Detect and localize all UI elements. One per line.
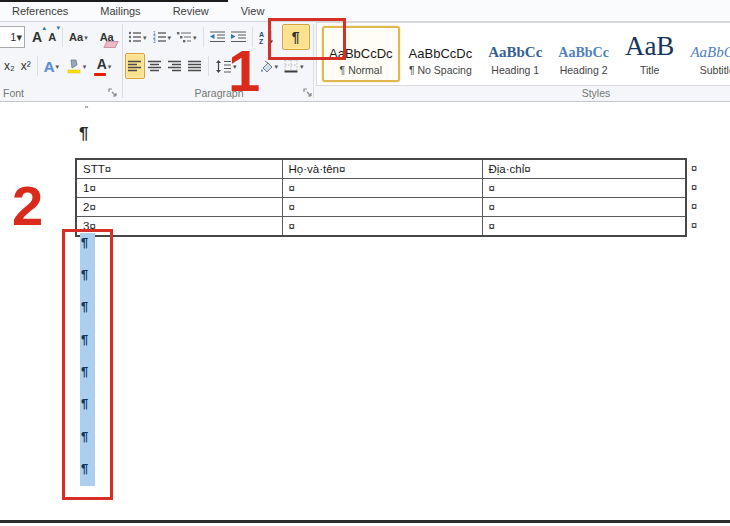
text-effects-button[interactable]: A ▾ bbox=[41, 53, 62, 79]
word-window: References Mailings Review View 1 ▾ A ▴ … bbox=[0, 0, 730, 526]
chevron-down-icon: ▾ bbox=[84, 34, 88, 41]
tab-references[interactable]: References bbox=[8, 5, 72, 17]
paragraph-dialog-launcher[interactable] bbox=[303, 88, 313, 98]
divider bbox=[62, 27, 63, 47]
cell[interactable]: 1¤ bbox=[76, 179, 282, 198]
document-table[interactable]: STT¤ Họ·và·tên¤ Địa·chỉ¤ 1¤ ¤ ¤ 2¤ ¤ ¤ 3… bbox=[75, 158, 687, 237]
font-size-combo[interactable]: 1 ▾ bbox=[0, 26, 25, 48]
chevron-down-icon: ▾ bbox=[83, 63, 87, 70]
chevron-down-icon: ▾ bbox=[108, 63, 112, 70]
justify-icon bbox=[188, 60, 202, 72]
paint-bucket-icon bbox=[259, 60, 274, 73]
subscript-button[interactable]: x₂ bbox=[1, 53, 18, 79]
change-case-button[interactable]: Aa ▾ bbox=[66, 24, 91, 50]
highlighter-icon bbox=[66, 58, 82, 74]
eraser-icon bbox=[103, 41, 118, 48]
font-group: 1 ▾ A ▴ A ▾ Aa ▾ Aa bbox=[0, 22, 122, 101]
red-color-bar bbox=[94, 73, 106, 77]
highlight-color-button[interactable]: ▾ bbox=[62, 53, 90, 79]
table-row: 1¤ ¤ ¤ bbox=[76, 179, 686, 198]
font-group-label: Font bbox=[0, 87, 125, 99]
styles-group: AaBbCcDc ¶ Normal AaBbCcDc ¶ No Spacing … bbox=[316, 22, 730, 101]
grow-font-button[interactable]: A ▴ bbox=[29, 24, 45, 50]
cell[interactable]: ¤ bbox=[282, 179, 482, 198]
tab-review[interactable]: Review bbox=[169, 5, 213, 17]
cell[interactable]: ¤ bbox=[282, 217, 482, 237]
style-heading2[interactable]: AaBbCc Heading 2 bbox=[551, 26, 616, 82]
annotation-box-2 bbox=[62, 229, 113, 500]
paragraph-group-label: Paragraph bbox=[125, 87, 313, 99]
header-cell-stt[interactable]: STT¤ bbox=[76, 159, 282, 179]
cell[interactable]: ¤ bbox=[482, 198, 686, 217]
annotation-number-1: 1 bbox=[228, 42, 260, 100]
row-end-mark: ¤ bbox=[691, 200, 697, 212]
chevron-down-icon: ▾ bbox=[143, 34, 147, 41]
chevron-down-icon: ▾ bbox=[168, 34, 172, 41]
table-header-row: STT¤ Họ·và·tên¤ Địa·chỉ¤ bbox=[76, 159, 686, 179]
style-title[interactable]: AaB Title bbox=[618, 26, 682, 82]
paragraph-mark: ¶ bbox=[79, 124, 88, 144]
style-heading1[interactable]: AaBbCc Heading 1 bbox=[481, 26, 549, 82]
window-edge-line bbox=[0, 0, 228, 2]
header-cell-diachi[interactable]: Địa·chỉ¤ bbox=[482, 159, 686, 179]
tab-mailings[interactable]: Mailings bbox=[96, 5, 144, 17]
cell[interactable]: 2¤ bbox=[76, 198, 282, 217]
svg-text:3: 3 bbox=[153, 39, 156, 43]
header-cell-hoten[interactable]: Họ·và·tên¤ bbox=[282, 159, 482, 179]
style-no-spacing[interactable]: AaBbCcDc ¶ No Spacing bbox=[402, 26, 480, 82]
svg-text:A: A bbox=[259, 31, 264, 38]
row-end-mark: ¤ bbox=[691, 181, 697, 193]
bullets-button[interactable]: ▾ bbox=[125, 24, 150, 50]
stray-mark: " bbox=[85, 104, 88, 114]
align-left-button[interactable] bbox=[125, 53, 145, 79]
styles-group-label: Styles bbox=[446, 87, 730, 99]
bullet-list-icon bbox=[128, 31, 142, 43]
tab-view[interactable]: View bbox=[237, 5, 269, 17]
align-center-button[interactable] bbox=[145, 53, 165, 79]
row-end-mark: ¤ bbox=[691, 219, 697, 231]
chevron-down-icon: ▾ bbox=[56, 63, 60, 70]
numbering-button[interactable]: 123 ▾ bbox=[150, 24, 175, 50]
annotation-box-1 bbox=[268, 18, 346, 60]
clear-formatting-button[interactable]: Aa bbox=[97, 24, 117, 50]
multilevel-list-button[interactable]: ▾ bbox=[174, 24, 200, 50]
cell[interactable]: ¤ bbox=[482, 217, 686, 237]
style-subtitle[interactable]: AaBbCc. Subtitle bbox=[683, 26, 730, 82]
decrease-indent-button[interactable] bbox=[207, 24, 228, 50]
align-left-icon bbox=[128, 60, 142, 72]
caret-down-icon: ▾ bbox=[57, 24, 61, 31]
shrink-font-button[interactable]: A ▾ bbox=[45, 24, 59, 50]
justify-button[interactable] bbox=[185, 53, 205, 79]
bottom-edge-line bbox=[0, 520, 730, 523]
table-row: 2¤ ¤ ¤ bbox=[76, 198, 686, 217]
ribbon-tab-bar: References Mailings Review View bbox=[0, 0, 730, 22]
superscript-button[interactable]: x² bbox=[18, 53, 34, 79]
chevron-down-icon: ▾ bbox=[300, 63, 304, 70]
numbered-list-icon: 123 bbox=[153, 31, 167, 43]
cell[interactable]: ¤ bbox=[482, 179, 686, 198]
align-right-button[interactable] bbox=[165, 53, 185, 79]
annotation-number-2: 2 bbox=[12, 178, 43, 234]
table-row: 3¤ ¤ ¤ bbox=[76, 217, 686, 237]
divider bbox=[208, 56, 209, 76]
divider bbox=[37, 56, 38, 76]
chevron-down-icon: ▾ bbox=[16, 31, 22, 44]
cell[interactable]: ¤ bbox=[282, 198, 482, 217]
align-center-icon bbox=[148, 60, 162, 72]
styles-gallery: AaBbCcDc ¶ Normal AaBbCcDc ¶ No Spacing … bbox=[316, 22, 730, 86]
chevron-down-icon: ▾ bbox=[193, 34, 197, 41]
ribbon: 1 ▾ A ▴ A ▾ Aa ▾ Aa bbox=[0, 22, 730, 102]
borders-icon bbox=[284, 59, 299, 73]
divider bbox=[203, 27, 204, 47]
font-color-button[interactable]: A ▾ bbox=[90, 53, 118, 79]
font-dialog-launcher[interactable] bbox=[108, 88, 118, 98]
chevron-down-icon: ▾ bbox=[275, 63, 279, 70]
decrease-indent-icon bbox=[210, 31, 225, 43]
align-right-icon bbox=[168, 60, 182, 72]
row-end-mark: ¤ bbox=[691, 162, 697, 174]
multilevel-list-icon bbox=[177, 31, 192, 43]
